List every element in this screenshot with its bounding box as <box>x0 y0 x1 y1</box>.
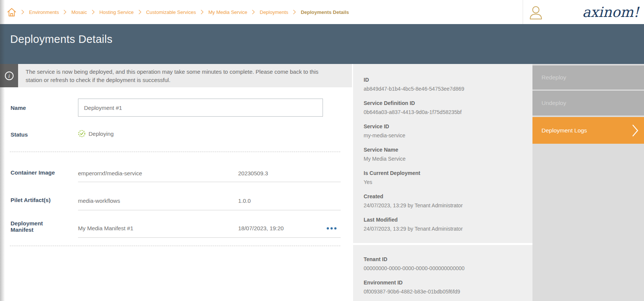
name-input[interactable] <box>78 99 323 117</box>
manifest-more-menu-button[interactable] <box>325 226 338 231</box>
detail-value: 00000000-0000-0000-0000-000000000000 <box>364 265 521 271</box>
details-panel: ID ab849d47-b1b4-4bc5-8e46-54753ee7d869 … <box>353 64 532 243</box>
row-underline <box>78 237 341 238</box>
pilet-artifacts-label: Pilet Artifact(s) <box>11 197 67 203</box>
row-underline <box>78 210 341 210</box>
detail-field-service-id: Service ID my-media-service <box>364 123 521 138</box>
detail-value: my-media-service <box>364 132 521 138</box>
breadcrumb-item-customizable-services[interactable]: Customizable Services <box>146 9 196 15</box>
redeploy-button[interactable]: Redeploy <box>532 65 644 90</box>
undeploy-button[interactable]: Undeploy <box>532 91 644 116</box>
user-icon <box>529 6 543 20</box>
detail-label: Created <box>364 193 521 199</box>
row-underline <box>78 182 341 182</box>
dot-icon <box>330 227 333 230</box>
detail-field-service-name: Service Name My Media Service <box>364 147 521 162</box>
detail-label: Is Current Deployment <box>364 170 521 176</box>
breadcrumb-item-deployments-details: Deployments Details <box>301 9 349 15</box>
container-image-label: Container Image <box>11 169 67 176</box>
page-title: Deployments Details <box>10 33 113 46</box>
detail-label: ID <box>364 77 521 83</box>
info-icon: i <box>5 71 14 80</box>
breadcrumb-separator-icon <box>293 9 296 15</box>
breadcrumb-item-my-media-service[interactable]: My Media Service <box>208 9 247 15</box>
container-image-value: emperorrxf/media-service <box>78 170 142 176</box>
info-banner-body: The service is now being deployed, and t… <box>18 64 352 87</box>
deployment-logs-label: Deployment Logs <box>542 127 587 134</box>
detail-field-last-modified: Last Modified 24/07/2023, 13:29 by Tenan… <box>364 217 521 232</box>
detail-label: Service ID <box>364 123 521 129</box>
info-banner-message: The service is now being deployed, and t… <box>26 68 325 84</box>
status-deploying-icon <box>78 130 86 137</box>
breadcrumb-separator-icon <box>92 9 95 15</box>
dot-icon <box>334 227 337 230</box>
breadcrumb-separator-icon <box>252 9 255 15</box>
action-stack: Redeploy Undeploy Deployment Logs <box>532 64 644 144</box>
home-icon[interactable] <box>7 7 17 17</box>
breadcrumb-item-deployments[interactable]: Deployments <box>260 9 288 15</box>
detail-label: Tenant ID <box>364 256 521 262</box>
breadcrumb-separator-icon <box>200 9 204 15</box>
detail-value: 24/07/2023, 13:29 by Tenant Administrato… <box>364 202 521 208</box>
breadcrumb-separator-icon <box>21 9 24 15</box>
status-badge: Deploying <box>78 130 114 137</box>
topbar-divider <box>523 0 523 24</box>
dot-icon <box>327 227 329 230</box>
container-image-version: 20230509.3 <box>238 170 268 176</box>
detail-value: My Media Service <box>364 156 521 162</box>
details-meta-panel: Tenant ID 00000000-0000-0000-0000-000000… <box>353 245 532 301</box>
detail-field-service-definition-id: Service Definition ID 0b646a03-a837-4413… <box>364 100 521 115</box>
detail-value: ab849d47-b1b4-4bc5-8e46-54753ee7d869 <box>364 86 521 92</box>
detail-label: Last Modified <box>364 217 521 223</box>
top-bar: Environments Mosaic Hosting Service Cust… <box>0 0 644 24</box>
breadcrumb-separator-icon <box>138 9 142 15</box>
detail-value: 0f009387-90b6-4882-b83e-01bdb05f6fd9 <box>364 289 521 295</box>
deployments-details-page: Environments Mosaic Hosting Service Cust… <box>0 0 644 301</box>
detail-label: Environment ID <box>364 280 521 286</box>
detail-value: Yes <box>364 179 521 185</box>
section-divider <box>10 152 340 152</box>
detail-field-created: Created 24/07/2023, 13:29 by Tenant Admi… <box>364 193 521 208</box>
detail-field-is-current-deployment: Is Current Deployment Yes <box>364 170 521 185</box>
status-label: Status <box>11 131 28 138</box>
detail-field-tenant-id: Tenant ID 00000000-0000-0000-0000-000000… <box>364 256 521 271</box>
deployment-manifest-label: Deployment Manifest <box>11 220 56 233</box>
detail-field-id: ID ab849d47-b1b4-4bc5-8e46-54753ee7d869 <box>364 77 521 92</box>
axinom-logo: axinom! <box>571 2 641 24</box>
detail-field-environment-id: Environment ID 0f009387-90b6-4882-b83e-0… <box>364 280 521 295</box>
breadcrumb: Environments Mosaic Hosting Service Cust… <box>7 0 349 24</box>
status-text: Deploying <box>89 131 114 137</box>
action-sidebar: Redeploy Undeploy Deployment Logs <box>532 64 644 301</box>
info-banner: i The service is now being deployed, and… <box>0 64 352 87</box>
breadcrumb-item-hosting-service[interactable]: Hosting Service <box>99 9 134 15</box>
deployment-logs-button[interactable]: Deployment Logs <box>532 117 644 144</box>
breadcrumb-item-mosaic[interactable]: Mosaic <box>71 9 87 15</box>
user-profile-button[interactable] <box>529 6 543 20</box>
pilet-artifacts-value: media-workflows <box>78 198 120 204</box>
deployment-manifest-value: My Media Manifest #1 <box>78 225 133 231</box>
page-header: Deployments Details <box>0 24 644 64</box>
info-banner-icon-box: i <box>0 64 18 87</box>
detail-value: 0b646a03-a837-4413-9d0a-1f75d58235bf <box>364 109 521 115</box>
breadcrumb-item-environments[interactable]: Environments <box>29 9 59 15</box>
name-label: Name <box>11 105 26 111</box>
axinom-logo-text: axinom! <box>582 4 640 20</box>
detail-label: Service Definition ID <box>364 100 521 106</box>
detail-value: 24/07/2023, 13:29 by Tenant Administrato… <box>364 226 521 232</box>
chevron-right-icon <box>632 124 639 137</box>
deployment-manifest-date: 18/07/2023, 19:20 <box>238 225 284 231</box>
breadcrumb-separator-icon <box>63 9 67 15</box>
detail-label: Service Name <box>364 147 521 153</box>
section-divider <box>10 246 340 246</box>
pilet-artifacts-version: 1.0.0 <box>238 198 251 204</box>
